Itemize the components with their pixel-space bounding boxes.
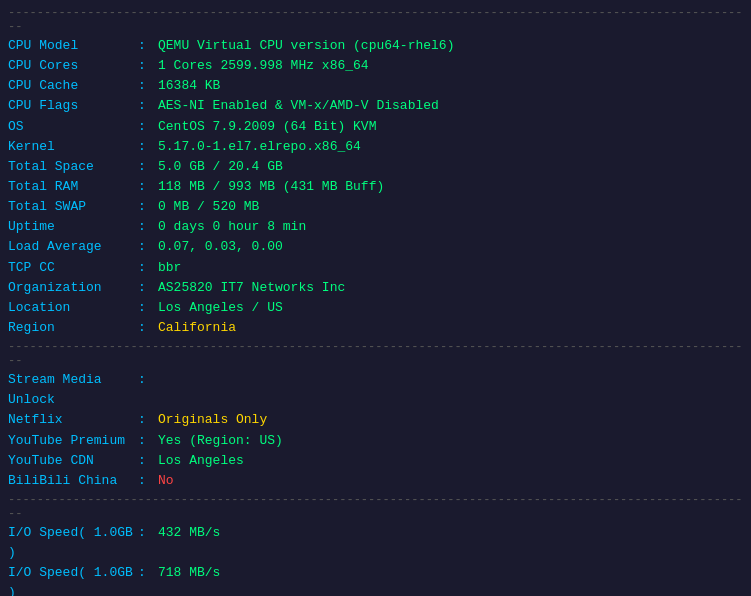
divider-2: ----------------------------------------… — [8, 493, 743, 521]
table-row: CPU Cache : 16384 KB — [8, 76, 743, 96]
value-youtube-cdn: Los Angeles — [158, 451, 244, 471]
colon: : — [138, 563, 154, 596]
value-location: Los Angeles / US — [158, 298, 283, 318]
colon: : — [138, 117, 154, 137]
label-organization: Organization — [8, 278, 138, 298]
value-organization: AS25820 IT7 Networks Inc — [158, 278, 345, 298]
label-youtube-premium: YouTube Premium — [8, 431, 138, 451]
table-row: Total RAM : 118 MB / 993 MB (431 MB Buff… — [8, 177, 743, 197]
value-io-2: 718 MB/s — [158, 563, 220, 596]
table-row: Total SWAP : 0 MB / 520 MB — [8, 197, 743, 217]
label-region: Region — [8, 318, 138, 338]
colon: : — [138, 431, 154, 451]
label-load-average: Load Average — [8, 237, 138, 257]
table-row: YouTube Premium : Yes (Region: US) — [8, 431, 743, 451]
colon: : — [138, 36, 154, 56]
table-row: Load Average : 0.07, 0.03, 0.00 — [8, 237, 743, 257]
label-kernel: Kernel — [8, 137, 138, 157]
colon: : — [138, 370, 154, 410]
value-load-average: 0.07, 0.03, 0.00 — [158, 237, 283, 257]
value-io-1: 432 MB/s — [158, 523, 220, 563]
colon: : — [138, 258, 154, 278]
terminal-output: ----------------------------------------… — [8, 6, 743, 596]
table-row: Total Space : 5.0 GB / 20.4 GB — [8, 157, 743, 177]
table-row: Uptime : 0 days 0 hour 8 min — [8, 217, 743, 237]
label-location: Location — [8, 298, 138, 318]
colon: : — [138, 56, 154, 76]
colon: : — [138, 410, 154, 430]
table-row: I/O Speed( 1.0GB ) : 432 MB/s — [8, 523, 743, 563]
table-row: Region : California — [8, 318, 743, 338]
label-io-1: I/O Speed( 1.0GB ) — [8, 523, 138, 563]
value-total-space: 5.0 GB / 20.4 GB — [158, 157, 283, 177]
colon: : — [138, 471, 154, 491]
value-youtube-premium: Yes (Region: US) — [158, 431, 283, 451]
label-youtube-cdn: YouTube CDN — [8, 451, 138, 471]
colon: : — [138, 157, 154, 177]
table-row: Organization : AS25820 IT7 Networks Inc — [8, 278, 743, 298]
value-region: California — [158, 318, 236, 338]
colon: : — [138, 451, 154, 471]
io-section: I/O Speed( 1.0GB ) : 432 MB/s I/O Speed(… — [8, 523, 743, 596]
table-row: OS : CentOS 7.9.2009 (64 Bit) KVM — [8, 117, 743, 137]
value-total-ram: 118 MB / 993 MB (431 MB Buff) — [158, 177, 384, 197]
colon: : — [138, 137, 154, 157]
system-section: CPU Model : QEMU Virtual CPU version (cp… — [8, 36, 743, 338]
colon: : — [138, 76, 154, 96]
label-bilibili: BiliBili China — [8, 471, 138, 491]
value-bilibili: No — [158, 471, 174, 491]
value-netflix: Originals Only — [158, 410, 267, 430]
label-os: OS — [8, 117, 138, 137]
divider-1: ----------------------------------------… — [8, 340, 743, 368]
label-cpu-flags: CPU Flags — [8, 96, 138, 116]
table-row: I/O Speed( 1.0GB ) : 718 MB/s — [8, 563, 743, 596]
value-kernel: 5.17.0-1.el7.elrepo.x86_64 — [158, 137, 361, 157]
value-cpu-model: QEMU Virtual CPU version (cpu64-rhel6) — [158, 36, 454, 56]
label-tcp-cc: TCP CC — [8, 258, 138, 278]
table-row: BiliBili China : No — [8, 471, 743, 491]
stream-header-row: Stream Media Unlock : — [8, 370, 743, 410]
label-total-space: Total Space — [8, 157, 138, 177]
label-uptime: Uptime — [8, 217, 138, 237]
label-cpu-cache: CPU Cache — [8, 76, 138, 96]
table-row: CPU Flags : AES-NI Enabled & VM-x/AMD-V … — [8, 96, 743, 116]
stream-section: Stream Media Unlock : Netflix : Original… — [8, 370, 743, 491]
table-row: CPU Model : QEMU Virtual CPU version (cp… — [8, 36, 743, 56]
label-total-swap: Total SWAP — [8, 197, 138, 217]
value-cpu-flags: AES-NI Enabled & VM-x/AMD-V Disabled — [158, 96, 439, 116]
colon: : — [138, 177, 154, 197]
divider-top: ----------------------------------------… — [8, 6, 743, 34]
colon: : — [138, 523, 154, 563]
colon: : — [138, 318, 154, 338]
value-os: CentOS 7.9.2009 (64 Bit) KVM — [158, 117, 376, 137]
value-tcp-cc: bbr — [158, 258, 181, 278]
colon: : — [138, 237, 154, 257]
value-uptime: 0 days 0 hour 8 min — [158, 217, 306, 237]
label-io-2: I/O Speed( 1.0GB ) — [8, 563, 138, 596]
table-row: TCP CC : bbr — [8, 258, 743, 278]
label-netflix: Netflix — [8, 410, 138, 430]
label-cpu-cores: CPU Cores — [8, 56, 138, 76]
table-row: Kernel : 5.17.0-1.el7.elrepo.x86_64 — [8, 137, 743, 157]
label-total-ram: Total RAM — [8, 177, 138, 197]
colon: : — [138, 278, 154, 298]
colon: : — [138, 96, 154, 116]
table-row: YouTube CDN : Los Angeles — [8, 451, 743, 471]
colon: : — [138, 197, 154, 217]
table-row: Netflix : Originals Only — [8, 410, 743, 430]
value-cpu-cache: 16384 KB — [158, 76, 220, 96]
label-cpu-model: CPU Model — [8, 36, 138, 56]
label-stream-media: Stream Media Unlock — [8, 370, 138, 410]
value-total-swap: 0 MB / 520 MB — [158, 197, 259, 217]
colon: : — [138, 298, 154, 318]
table-row: Location : Los Angeles / US — [8, 298, 743, 318]
value-cpu-cores: 1 Cores 2599.998 MHz x86_64 — [158, 56, 369, 76]
colon: : — [138, 217, 154, 237]
table-row: CPU Cores : 1 Cores 2599.998 MHz x86_64 — [8, 56, 743, 76]
